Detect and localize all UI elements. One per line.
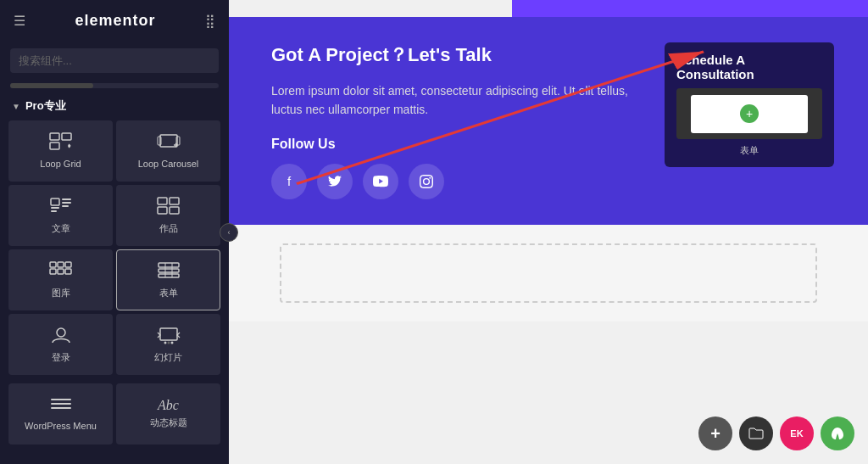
loop-carousel-icon — [157, 132, 181, 154]
elementor-logo: elementor — [75, 12, 155, 30]
schedule-card: Schedule A Consultation + 表单 — [665, 42, 834, 167]
pro-label-text: Pro专业 — [25, 98, 66, 114]
svg-rect-19 — [50, 269, 56, 274]
slideshow-icon — [157, 326, 181, 347]
section-arrow: ▼ — [12, 102, 20, 111]
dynamic-tags-icon: Abc — [158, 399, 179, 412]
green-leaf-button[interactable] — [821, 416, 854, 450]
svg-rect-11 — [62, 205, 69, 207]
article-label: 文章 — [52, 223, 70, 234]
schedule-card-title: Schedule A Consultation — [676, 53, 822, 81]
svg-rect-21 — [65, 269, 71, 274]
svg-rect-22 — [159, 263, 179, 267]
youtube-icon[interactable] — [363, 164, 398, 199]
canvas-top-bar — [229, 0, 868, 17]
svg-rect-7 — [51, 207, 59, 209]
svg-rect-16 — [50, 262, 56, 267]
loop-carousel-label: Loop Carousel — [138, 159, 199, 170]
svg-rect-20 — [58, 269, 64, 274]
svg-rect-14 — [158, 207, 167, 214]
social-icons: f — [271, 164, 648, 199]
svg-rect-23 — [159, 269, 179, 272]
loop-grid-label: Loop Grid — [40, 159, 81, 170]
slideshow-label: 幻灯片 — [154, 352, 182, 363]
folder-button[interactable] — [739, 416, 773, 450]
dynamic-tags-label: 动态标题 — [150, 417, 187, 428]
search-input[interactable] — [10, 48, 219, 73]
svg-rect-0 — [50, 133, 59, 140]
schedule-widget-preview: + — [676, 88, 822, 139]
widget-grid-2: WordPress Menu Abc 动态标题 — [0, 380, 229, 448]
login-icon — [50, 326, 72, 347]
schedule-card-wrapper: Schedule A Consultation + 表单 — [665, 42, 834, 167]
ek-button[interactable]: EK — [780, 416, 814, 450]
login-label: 登录 — [52, 352, 70, 363]
canvas-title: Got A Project？Let's Talk — [271, 42, 648, 68]
widget-grid: Loop Grid Loop Carousel — [0, 117, 229, 378]
add-button[interactable]: + — [698, 416, 732, 450]
widget-portfolio[interactable]: 作品 — [116, 185, 220, 246]
article-icon — [49, 197, 73, 218]
wp-menu-label: WordPress Menu — [25, 421, 97, 432]
canvas-body-text: Lorem ipsum dolor sit amet, consectetur … — [271, 81, 648, 120]
widget-slideshow[interactable]: 幻灯片 — [116, 314, 220, 375]
widget-article[interactable]: 文章 — [8, 185, 113, 246]
floating-buttons: + EK — [698, 416, 854, 450]
dashed-area — [280, 243, 817, 303]
svg-rect-24 — [159, 274, 179, 277]
schedule-widget-inner: + — [691, 95, 808, 133]
svg-rect-33 — [51, 403, 71, 405]
widget-dynamic-tags[interactable]: Abc 动态标题 — [116, 383, 220, 444]
schedule-widget-label: 表单 — [676, 144, 822, 157]
gallery-icon — [49, 261, 73, 282]
main-canvas: Got A Project？Let's Talk Lorem ipsum dol… — [229, 0, 868, 464]
widget-wp-menu[interactable]: WordPress Menu — [8, 383, 113, 444]
collapse-handle[interactable]: ‹ — [220, 223, 238, 242]
svg-point-29 — [164, 341, 166, 344]
table-label: 表单 — [159, 288, 178, 299]
widget-login[interactable]: 登录 — [8, 314, 113, 375]
pro-section-label[interactable]: ▼ Pro专业 — [0, 92, 229, 117]
scroll-indicator — [10, 83, 219, 88]
widget-gallery[interactable]: 图库 — [8, 249, 113, 310]
apps-icon[interactable]: ⣿ — [205, 13, 215, 29]
svg-rect-13 — [170, 198, 179, 204]
facebook-icon[interactable]: f — [271, 164, 307, 199]
search-bar — [0, 42, 229, 80]
twitter-icon[interactable] — [317, 164, 353, 199]
svg-point-31 — [170, 341, 173, 344]
gallery-label: 图库 — [52, 288, 70, 299]
purple-section: Got A Project？Let's Talk Lorem ipsum dol… — [229, 17, 868, 225]
svg-rect-15 — [170, 207, 179, 214]
svg-point-27 — [57, 328, 65, 337]
svg-rect-9 — [62, 198, 71, 200]
svg-point-30 — [167, 341, 170, 344]
svg-rect-2 — [50, 143, 59, 149]
purple-content: Got A Project？Let's Talk Lorem ipsum dol… — [271, 42, 834, 199]
svg-rect-28 — [160, 328, 177, 340]
svg-rect-6 — [51, 198, 59, 205]
loop-grid-icon — [49, 132, 73, 154]
follow-us-label: Follow Us — [271, 137, 648, 152]
widget-table[interactable]: 表单 — [116, 249, 220, 310]
table-icon — [157, 261, 181, 282]
svg-rect-8 — [51, 210, 57, 212]
widget-loop-carousel[interactable]: Loop Carousel — [116, 120, 220, 182]
green-plus-badge: + — [740, 104, 759, 123]
svg-rect-32 — [51, 399, 71, 400]
top-purple-bar — [512, 0, 868, 17]
instagram-icon[interactable] — [409, 164, 444, 199]
scroll-indicator-inner — [10, 83, 93, 88]
widget-loop-grid[interactable]: Loop Grid — [8, 120, 113, 182]
sidebar-header: ☰ elementor ⣿ — [0, 0, 229, 42]
sidebar: ☰ elementor ⣿ ▼ Pro专业 — [0, 0, 229, 464]
wp-menu-icon — [49, 396, 73, 416]
portfolio-label: 作品 — [159, 223, 178, 234]
hamburger-icon[interactable]: ☰ — [14, 13, 25, 29]
dashed-section-wrapper — [229, 225, 868, 321]
svg-rect-1 — [62, 133, 71, 140]
svg-rect-18 — [65, 262, 71, 267]
svg-rect-12 — [158, 198, 167, 204]
canvas-left: Got A Project？Let's Talk Lorem ipsum dol… — [271, 42, 665, 199]
svg-rect-17 — [58, 262, 64, 267]
